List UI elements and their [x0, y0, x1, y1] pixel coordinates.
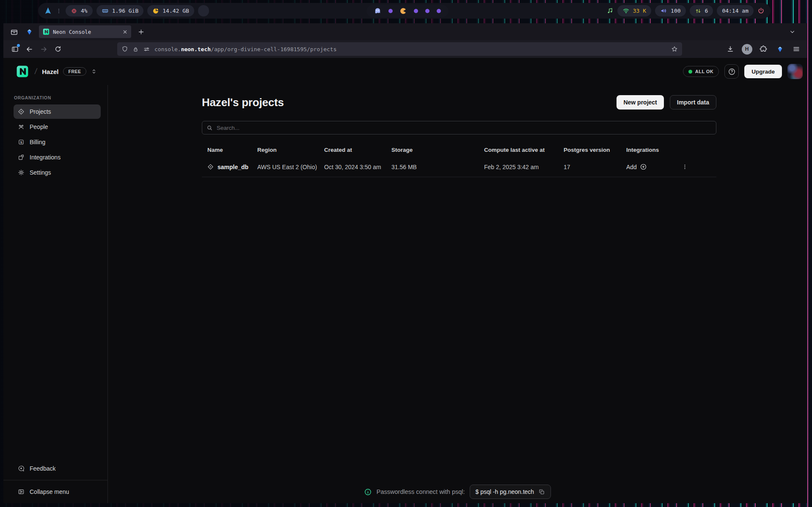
music-note-icon[interactable]: [606, 7, 614, 14]
breadcrumb-separator: /: [34, 67, 37, 76]
search-icon: [206, 125, 213, 131]
sidebar-divider: [3, 480, 107, 480]
extensions-puzzle-icon[interactable]: [757, 43, 770, 55]
column-header: Created at: [324, 147, 391, 153]
postgres-version-cell: 17: [564, 164, 626, 170]
region-cell: AWS US East 2 (Ohio): [257, 164, 324, 170]
shield-icon[interactable]: [121, 46, 128, 52]
row-kebab-menu[interactable]: [679, 161, 690, 173]
permissions-sliders-icon[interactable]: [143, 46, 150, 53]
new-project-button[interactable]: New project: [617, 95, 663, 110]
system-status-bar: 4% 1.96 GiB 14.42 GB: [38, 3, 771, 19]
gear-icon: [18, 169, 25, 176]
column-header: Integrations: [626, 147, 679, 153]
neon-logo[interactable]: [16, 65, 29, 78]
url-bar[interactable]: console.neon.tech/app/org-divine-cell-16…: [117, 42, 682, 56]
url-host: neon.tech: [181, 46, 211, 52]
dots-vertical-icon[interactable]: [56, 8, 62, 14]
psql-command-box[interactable]: $ psql -h pg.neon.tech: [470, 485, 551, 499]
workspace-dot[interactable]: [414, 9, 418, 13]
swap-counter-widget[interactable]: 6: [690, 5, 713, 16]
firefox-view-icon[interactable]: [8, 43, 21, 55]
billing-dollar-icon: $: [18, 139, 25, 145]
svg-text:$: $: [20, 140, 22, 144]
app-header: / Hazel FREE ALL OK Upgrade: [3, 58, 807, 85]
gem-extension-icon[interactable]: [24, 26, 35, 37]
search-input[interactable]: [217, 125, 712, 131]
close-tab-icon[interactable]: [122, 29, 128, 35]
browser-tab-neon-console[interactable]: Neon Console: [39, 25, 131, 38]
project-name[interactable]: sample_db: [217, 164, 248, 170]
sidebar: ORGANIZATION Projects People $: [3, 85, 108, 503]
tab-overflow-chevron-icon[interactable]: [787, 26, 798, 37]
sidebar-item-integrations[interactable]: Integrations: [14, 150, 101, 164]
user-avatar[interactable]: [787, 64, 803, 79]
back-icon[interactable]: [23, 43, 36, 55]
status-pill[interactable]: ALL OK: [683, 66, 719, 77]
org-name[interactable]: Hazel: [42, 68, 58, 75]
plan-badge: FREE: [63, 67, 86, 76]
lock-icon[interactable]: [132, 46, 139, 52]
bookmark-star-icon[interactable]: [671, 46, 678, 52]
search-box[interactable]: [202, 121, 716, 134]
sidebar-item-settings[interactable]: Settings: [14, 165, 101, 180]
workspace-dot[interactable]: [425, 9, 429, 13]
clock-value: 04:14 am: [722, 8, 749, 14]
import-data-button[interactable]: Import data: [670, 95, 716, 110]
volume-widget[interactable]: 100: [655, 5, 685, 16]
downloads-icon[interactable]: [724, 43, 737, 55]
gem-extension-icon[interactable]: [773, 43, 786, 55]
clock-widget[interactable]: 04:14 am: [717, 5, 754, 16]
sidebar-item-label: Settings: [30, 169, 51, 176]
table-header: Name Region Created at Storage Compute l…: [202, 143, 716, 157]
account-initial: H: [742, 44, 752, 55]
sidebar-bottom: Feedback Collapse menu: [14, 461, 101, 500]
people-icon: [18, 123, 25, 130]
volume-value: 100: [671, 8, 680, 14]
empty-tray-widget: [198, 5, 209, 16]
url-path: /app/org-divine-cell-16981595/projects: [211, 46, 336, 52]
plus-circle-icon: [640, 163, 647, 170]
network-speed-value: 33 K: [633, 8, 646, 14]
sidebar-item-people[interactable]: People: [14, 120, 101, 134]
account-avatar[interactable]: H: [740, 43, 753, 55]
ghost-workspace-icon[interactable]: [374, 7, 381, 14]
status-text: ALL OK: [695, 69, 713, 74]
swap-counter-value: 6: [705, 8, 708, 14]
power-icon[interactable]: [757, 7, 765, 14]
help-button[interactable]: [724, 64, 739, 79]
workspace-switcher[interactable]: [366, 5, 449, 17]
forward-icon[interactable]: [37, 43, 50, 55]
column-header: Region: [257, 147, 324, 153]
created-at-cell: Oct 30, 2024 3:50 am: [324, 164, 391, 170]
add-integration-button[interactable]: Add: [626, 163, 679, 170]
workspace-dot[interactable]: [388, 9, 393, 13]
reload-icon[interactable]: [52, 43, 64, 55]
feedback-button[interactable]: Feedback: [14, 461, 101, 476]
workspace-dot[interactable]: [437, 9, 441, 13]
org-switcher-chevrons-icon[interactable]: [91, 69, 97, 74]
neon-favicon: [43, 28, 50, 35]
memory-usage-value: 1.96 GiB: [112, 8, 139, 14]
url-prefix: console.: [154, 46, 181, 52]
project-name-cell[interactable]: sample_db: [207, 164, 257, 170]
sidebar-item-label: Projects: [30, 108, 51, 115]
arch-linux-icon[interactable]: [44, 7, 52, 15]
sidebar-item-label: Billing: [30, 139, 45, 145]
new-tab-icon[interactable]: [135, 26, 146, 37]
sidebar-item-billing[interactable]: $ Billing: [14, 135, 101, 149]
status-ok-dot: [688, 70, 692, 74]
menu-hamburger-icon[interactable]: [790, 43, 803, 55]
archive-box-icon[interactable]: [8, 26, 19, 37]
collapse-menu-label: Collapse menu: [30, 488, 69, 495]
sidebar-item-projects[interactable]: Projects: [14, 104, 101, 119]
pacman-workspace-icon[interactable]: [400, 8, 407, 14]
tab-title: Neon Console: [53, 29, 91, 35]
network-speed-widget[interactable]: 33 K: [617, 5, 651, 16]
copy-icon[interactable]: [539, 489, 545, 495]
cpu-usage-widget: 4%: [66, 5, 93, 16]
upgrade-button[interactable]: Upgrade: [744, 65, 782, 78]
collapse-menu-button[interactable]: Collapse menu: [14, 485, 101, 499]
cpu-usage-value: 4%: [81, 8, 88, 14]
page-title: Hazel's projects: [202, 96, 284, 109]
